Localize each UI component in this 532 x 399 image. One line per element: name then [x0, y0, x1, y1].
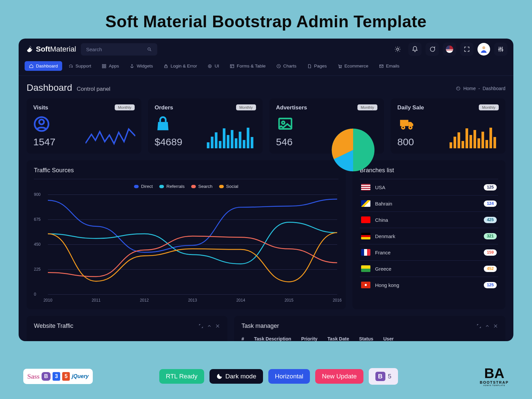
collapse-icon[interactable] — [207, 324, 212, 329]
topbar-actions — [391, 43, 507, 56]
tech-logos: Sass B 3 5 jQuery — [23, 369, 93, 384]
stat-visits[interactable]: Visits Monthly 1547 — [27, 98, 141, 154]
task-col: User — [383, 336, 394, 341]
legend-item[interactable]: Social — [219, 184, 238, 189]
period-pill: Monthly — [357, 104, 377, 110]
panel-tools — [199, 324, 220, 329]
svg-point-0 — [148, 48, 151, 50]
chip-5[interactable]: B5 — [369, 368, 398, 385]
nav-forms-table[interactable]: Forms & Table — [225, 61, 270, 71]
collapse-icon[interactable] — [485, 324, 490, 329]
x-tick: 2013 — [188, 298, 197, 303]
nav-apps[interactable]: Apps — [97, 61, 123, 71]
nav-login-error[interactable]: Login & Error — [159, 61, 201, 71]
locale-button[interactable] — [443, 43, 456, 56]
home-icon — [29, 64, 34, 68]
svg-rect-28 — [227, 135, 229, 148]
svg-point-2 — [397, 48, 399, 51]
branches-panel: Branches list USA 125 Bahrain 124 China … — [352, 160, 505, 309]
legend-item[interactable]: Referrals — [159, 184, 185, 189]
branch-row[interactable]: France 159 — [360, 244, 498, 260]
search-input[interactable]: Search — [81, 43, 157, 56]
y-tick: 225 — [34, 267, 41, 272]
svg-rect-47 — [477, 138, 480, 148]
bell-icon — [412, 46, 418, 53]
branch-name: Greece — [375, 266, 391, 272]
legend-item[interactable]: Direct — [134, 184, 153, 189]
svg-line-1 — [150, 50, 151, 51]
period-pill: Monthly — [115, 104, 135, 110]
y-tick: 0 — [34, 292, 36, 297]
nav-charts[interactable]: Charts — [272, 61, 301, 71]
svg-rect-26 — [219, 141, 221, 148]
svg-rect-40 — [450, 142, 452, 148]
html5-icon: 5 — [62, 372, 70, 381]
x-tick: 2016 — [333, 298, 342, 303]
nav-ecommerce[interactable]: Ecommerce — [333, 61, 373, 71]
svg-rect-42 — [458, 132, 460, 148]
branch-name: Denmark — [375, 233, 395, 239]
branch-row[interactable]: Denmark 321 — [360, 228, 498, 244]
nav-support[interactable]: Support — [64, 61, 95, 71]
expand-icon[interactable] — [476, 324, 481, 329]
user-avatar[interactable] — [477, 43, 490, 56]
branch-count: 125 — [484, 184, 497, 191]
svg-rect-7 — [102, 64, 104, 66]
chip-new-update[interactable]: New Update — [315, 369, 363, 384]
nav-dashboard[interactable]: Dashboard — [25, 61, 62, 71]
promo-footer: Sass B 3 5 jQuery RTL ReadyDark modeHori… — [0, 358, 532, 399]
nav-widgets[interactable]: Widgets — [125, 61, 157, 71]
branch-row[interactable]: China 425 — [360, 211, 498, 228]
svg-rect-41 — [454, 137, 456, 148]
messages-button[interactable] — [426, 43, 439, 56]
chip-rtl-ready[interactable]: RTL Ready — [159, 369, 204, 384]
svg-rect-33 — [247, 128, 249, 148]
svg-point-4 — [498, 49, 499, 50]
panel-title: Branches list — [360, 167, 498, 179]
sliders-icon — [497, 46, 504, 53]
svg-rect-25 — [215, 132, 217, 148]
stat-daily-sale[interactable]: Daily Sale Monthly 800 — [391, 98, 505, 154]
svg-rect-15 — [230, 65, 234, 67]
branch-row[interactable]: Greece 452 — [360, 260, 498, 277]
search-placeholder: Search — [86, 47, 102, 52]
branch-row[interactable]: USA 125 — [360, 179, 498, 195]
branch-row[interactable]: Bahrain 124 — [360, 195, 498, 211]
notifications-button[interactable] — [408, 43, 422, 56]
crumb-home[interactable]: Home — [463, 86, 475, 91]
task-col: Task Description — [254, 336, 291, 341]
sparkline — [328, 125, 378, 148]
close-icon[interactable] — [493, 324, 498, 329]
task-manager-panel: Task manager #Task DescriptionPriorityTa… — [234, 316, 505, 341]
traffic-sources-panel: Traffic Sources DirectReferralsSearchSoc… — [27, 160, 346, 309]
fullscreen-button[interactable] — [460, 43, 473, 56]
chip-dark-mode[interactable]: Dark mode — [209, 369, 263, 384]
settings-button[interactable] — [494, 43, 507, 56]
stat-advertisers[interactable]: Advertisers Monthly 546 — [269, 98, 384, 154]
svg-point-14 — [209, 66, 211, 67]
task-col: Task Date — [328, 336, 349, 341]
moon-icon — [216, 373, 223, 380]
branch-name: France — [375, 250, 391, 255]
stat-orders[interactable]: Orders Monthly $4689 — [148, 98, 263, 154]
branch-count: 159 — [484, 249, 497, 256]
bootstrap-icon: B — [375, 372, 385, 381]
nav-emails[interactable]: Emails — [375, 61, 404, 71]
theme-toggle[interactable] — [391, 43, 404, 56]
svg-point-3 — [482, 46, 485, 49]
brand[interactable]: SoftMaterial — [25, 45, 76, 54]
close-icon[interactable] — [215, 324, 220, 329]
expand-icon[interactable] — [199, 324, 203, 329]
legend-item[interactable]: Search — [191, 184, 212, 189]
nav-ui[interactable]: UI — [203, 61, 223, 71]
page-subtitle: Control panel — [77, 86, 110, 92]
svg-rect-8 — [105, 64, 106, 66]
sparkline — [450, 125, 499, 148]
chip-horizontal[interactable]: Horizontal — [268, 369, 310, 384]
sparkline — [207, 125, 257, 148]
nav-pages[interactable]: Pages — [303, 61, 331, 71]
primary-nav: DashboardSupportAppsWidgetsLogin & Error… — [19, 60, 513, 76]
task-table-head: #Task DescriptionPriorityTask DateStatus… — [241, 330, 498, 341]
branch-row[interactable]: Hong kong 125 — [360, 277, 498, 293]
svg-point-5 — [500, 48, 501, 49]
